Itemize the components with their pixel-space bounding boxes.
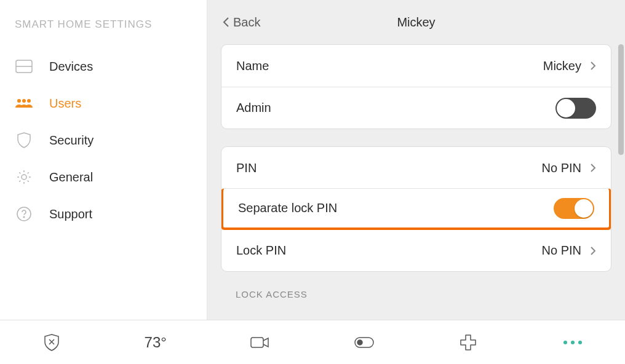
toggle-icon: [354, 336, 375, 349]
bottom-more-button[interactable]: [520, 320, 625, 364]
camera-icon: [250, 336, 269, 349]
sidebar: SMART HOME SETTINGS Devices Users: [0, 0, 207, 320]
section-header-lock-access: LOCK ACCESS: [221, 289, 611, 304]
sidebar-title: SMART HOME SETTINGS: [0, 18, 207, 31]
row-label: Name: [236, 59, 269, 73]
svg-point-3: [22, 99, 26, 103]
row-label: Admin: [236, 101, 271, 115]
row-label: Separate lock PIN: [238, 201, 337, 215]
sidebar-item-label: Support: [49, 207, 92, 221]
sidebar-item-label: Security: [49, 133, 94, 148]
row-pin[interactable]: PIN No PIN: [221, 147, 611, 189]
gear-icon: [15, 169, 33, 185]
help-icon: [15, 207, 33, 221]
separate-lock-pin-toggle[interactable]: [554, 198, 594, 219]
temperature-value: 73°: [145, 334, 167, 351]
shield-x-icon: [44, 334, 60, 351]
shield-icon: [15, 132, 33, 148]
settings-group: Name Mickey Admin: [221, 44, 611, 129]
sidebar-item-devices[interactable]: Devices: [0, 48, 207, 85]
chevron-right-icon: [590, 246, 596, 256]
row-value: No PIN: [542, 161, 581, 175]
main-header: Back Mickey: [207, 0, 625, 44]
row-value: No PIN: [542, 243, 581, 258]
scrollbar-thumb[interactable]: [618, 44, 624, 155]
sidebar-item-general[interactable]: General: [0, 159, 207, 196]
users-icon: [15, 98, 33, 109]
row-separate-lock-pin: Separate lock PIN: [221, 188, 611, 230]
svg-point-5: [22, 175, 26, 180]
sidebar-item-users[interactable]: Users: [0, 85, 207, 122]
plus-icon: [460, 334, 476, 350]
chevron-right-icon: [590, 61, 596, 71]
row-lock-pin[interactable]: Lock PIN No PIN: [221, 229, 611, 271]
chevron-left-icon: [222, 17, 229, 28]
settings-group: PIN No PIN Separate lock PIN Lock PIN N: [221, 146, 611, 272]
sidebar-item-label: Devices: [49, 60, 93, 74]
bottom-toggle-button[interactable]: [312, 320, 416, 364]
bottom-bar: 73°: [0, 320, 625, 364]
bottom-temperature-button[interactable]: 73°: [104, 334, 208, 351]
chevron-right-icon: [590, 163, 596, 173]
row-label: Lock PIN: [236, 243, 286, 258]
row-value: Mickey: [543, 59, 581, 73]
back-label: Back: [233, 15, 260, 30]
sidebar-item-label: General: [49, 170, 93, 184]
sidebar-item-security[interactable]: Security: [0, 122, 207, 159]
bottom-security-button[interactable]: [0, 334, 104, 351]
page-title: Mickey: [397, 15, 435, 30]
bottom-camera-button[interactable]: [207, 320, 312, 364]
svg-point-7: [23, 216, 25, 218]
back-button[interactable]: Back: [222, 15, 260, 30]
svg-rect-8: [251, 338, 263, 347]
sidebar-item-support[interactable]: Support: [0, 196, 207, 232]
admin-toggle[interactable]: [555, 98, 596, 119]
svg-point-10: [357, 340, 362, 345]
row-name[interactable]: Name Mickey: [221, 45, 611, 87]
more-dots-icon: [563, 341, 582, 344]
sidebar-item-label: Users: [49, 97, 81, 111]
svg-point-2: [17, 99, 21, 103]
content-area: Name Mickey Admin PIN: [207, 44, 625, 304]
devices-icon: [15, 60, 33, 73]
row-label: PIN: [236, 161, 257, 175]
row-admin: Admin: [221, 87, 611, 129]
svg-point-4: [27, 99, 31, 103]
main-panel: Back Mickey Name Mickey Admin: [207, 0, 625, 320]
bottom-add-button[interactable]: [416, 320, 521, 364]
